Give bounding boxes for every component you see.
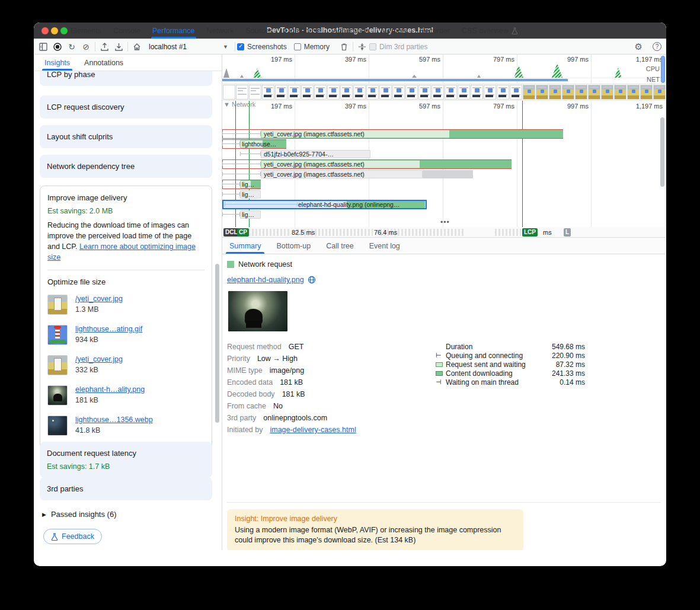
screenshot-thumbnail[interactable] xyxy=(614,85,627,100)
file-link[interactable]: lighthouse…1356.webp xyxy=(75,416,153,424)
screenshot-thumbnail[interactable] xyxy=(536,85,548,100)
timings-strip[interactable]: DCLCP82.5 ms76.4 msLCPmsL xyxy=(222,227,666,238)
summary-tab-call-tree[interactable]: Call tree xyxy=(326,238,354,254)
network-request-row[interactable]: yeti_cover.jpg (images.ctfassets.net) xyxy=(222,129,666,139)
insight-card-layout-shift-culprits[interactable]: Layout shift culprits xyxy=(40,125,212,148)
screenshot-thumbnail[interactable] xyxy=(549,85,561,100)
toggle-sidebar-icon[interactable] xyxy=(36,40,50,53)
summary-tab-event-log[interactable]: Event log xyxy=(369,238,400,254)
passed-insights-expander[interactable]: ▶ Passed insights (6) xyxy=(42,510,116,519)
garbage-collect-icon[interactable] xyxy=(337,40,351,53)
tab-css-overview[interactable]: CSS overview xyxy=(456,23,524,39)
screenshot-thumbnail[interactable] xyxy=(262,85,274,100)
network-request-row[interactable]: lighthouse… xyxy=(222,139,666,149)
track-scrollbar[interactable] xyxy=(660,117,664,187)
tab-application[interactable]: Application xyxy=(327,23,375,39)
memory-checkbox[interactable] xyxy=(294,43,301,50)
screenshot-thumbnail[interactable] xyxy=(431,85,444,100)
screenshot-filmstrip[interactable] xyxy=(222,84,666,101)
tab-performance[interactable]: Performance xyxy=(146,23,201,39)
screenshot-thumbnail[interactable] xyxy=(327,85,340,100)
screenshot-thumbnail[interactable] xyxy=(340,85,353,100)
throttling-icon[interactable] xyxy=(355,40,369,53)
network-track[interactable]: 197 ms397 ms597 ms797 ms997 ms1,197 ms ▼… xyxy=(222,101,666,227)
screenshot-thumbnail[interactable] xyxy=(314,85,327,100)
screenshots-label[interactable]: Screenshots xyxy=(247,43,287,51)
screenshot-thumbnail[interactable] xyxy=(497,85,509,100)
reveal-in-network-icon[interactable] xyxy=(308,276,316,284)
screenshot-thumbnail[interactable] xyxy=(288,85,301,100)
tab-memory[interactable]: Memory xyxy=(375,23,414,39)
record-and-reload-icon[interactable]: ↻ xyxy=(65,40,79,53)
screenshot-thumbnail[interactable] xyxy=(458,85,470,100)
insight-card-network-dependency-tree[interactable]: Network dependency tree xyxy=(40,155,212,178)
screenshot-thumbnail[interactable] xyxy=(366,85,379,100)
feedback-button[interactable]: Feedback xyxy=(43,529,102,544)
screenshot-thumbnail[interactable] xyxy=(640,85,653,100)
insight-card-improve-image-delivery[interactable]: Improve image delivery Est savings: 2.0 … xyxy=(40,186,212,453)
network-request-row[interactable]: elephant-hd-quality.png (onlinepng… xyxy=(222,200,666,209)
summary-tab-summary[interactable]: Summary xyxy=(229,238,261,254)
capture-settings-gear-icon[interactable]: ⚙ xyxy=(631,41,647,52)
screenshot-thumbnail[interactable] xyxy=(588,85,600,100)
screenshot-thumbnail[interactable] xyxy=(523,85,535,100)
insight-card-document-request-latency[interactable]: Document request latency Est savings: 1.… xyxy=(40,442,212,478)
screenshot-thumbnail[interactable] xyxy=(484,85,496,100)
screenshot-thumbnail[interactable] xyxy=(301,85,314,100)
sidebar-tab-annotations[interactable]: Annotations xyxy=(84,55,123,71)
screenshot-thumbnail[interactable] xyxy=(236,85,248,100)
timeline-overview[interactable]: 197 ms397 ms597 ms797 ms997 ms1,197 ms C… xyxy=(222,55,666,84)
file-link[interactable]: elephant-h…ality.png xyxy=(75,385,145,394)
tab-sources[interactable]: Sources xyxy=(239,23,279,39)
screenshot-thumbnail[interactable] xyxy=(249,85,261,100)
screenshot-thumbnail[interactable] xyxy=(627,85,640,100)
overview-right-drag-handle[interactable] xyxy=(661,56,665,83)
record-icon[interactable] xyxy=(50,40,65,53)
more-rows-indicator[interactable]: ••• xyxy=(440,218,450,226)
network-track-label[interactable]: ▼ Network xyxy=(223,101,255,108)
screenshot-thumbnail[interactable] xyxy=(392,85,405,100)
screenshot-thumbnail[interactable] xyxy=(379,85,392,100)
screenshot-thumbnail[interactable] xyxy=(601,85,613,100)
network-request-row[interactable]: lig… xyxy=(222,190,666,199)
tab-elements[interactable]: Elements xyxy=(65,23,107,39)
screenshot-thumbnail[interactable] xyxy=(418,85,431,100)
memory-label[interactable]: Memory xyxy=(304,43,330,51)
clear-icon[interactable]: ⊘ xyxy=(79,40,93,53)
initiator-link[interactable]: image-delivery-cases.html xyxy=(270,426,356,434)
insight-card-lcp-request-discovery[interactable]: LCP request discovery xyxy=(40,95,212,119)
history-dropdown[interactable]: localhost #1 ▼ xyxy=(144,43,233,51)
network-request-row[interactable]: yeti_cover.jpg (images.ctfassets.net) xyxy=(222,170,666,179)
screenshots-checkbox[interactable] xyxy=(237,43,244,50)
tab-recorder[interactable]: Recorder xyxy=(414,23,456,39)
request-url-link[interactable]: elephant-hd-quality.png xyxy=(227,276,304,284)
screenshot-thumbnail[interactable] xyxy=(510,85,522,100)
live-metrics-home-icon[interactable] xyxy=(130,40,144,53)
tab-network[interactable]: Network xyxy=(201,23,240,39)
load-profile-icon[interactable] xyxy=(97,40,111,53)
network-request-row[interactable]: d51jfzi-b0efc925-7704-… xyxy=(222,149,666,159)
file-link[interactable]: /yeti_cover.jpg xyxy=(75,295,123,303)
screenshot-thumbnail[interactable] xyxy=(562,85,574,100)
network-request-row[interactable]: lig… xyxy=(222,180,666,189)
save-profile-icon[interactable] xyxy=(111,40,126,53)
help-icon[interactable]: ? xyxy=(653,42,661,51)
summary-tab-bottom-up[interactable]: Bottom-up xyxy=(276,238,311,254)
screenshot-thumbnail[interactable] xyxy=(353,85,366,100)
screenshot-thumbnail[interactable] xyxy=(275,85,287,100)
insight-card-lcp-by-phase[interactable]: LCP by phase xyxy=(40,71,212,86)
tab-console[interactable]: Console xyxy=(107,23,146,39)
sidebar-tab-insights[interactable]: Insights xyxy=(44,55,70,71)
file-link[interactable]: lighthouse…ating.gif xyxy=(75,325,142,333)
screenshot-thumbnail[interactable] xyxy=(653,85,666,100)
network-request-row[interactable]: yeti_cover.jpg (images.ctfassets.net) xyxy=(222,159,666,169)
tab-lighthouse[interactable]: Lighthouse xyxy=(279,23,327,39)
screenshot-thumbnail[interactable] xyxy=(223,85,235,100)
screenshot-thumbnail[interactable] xyxy=(445,85,457,100)
screenshot-thumbnail[interactable] xyxy=(575,85,587,100)
sidebar-scrollbar[interactable] xyxy=(215,264,219,423)
screenshot-thumbnail[interactable] xyxy=(471,85,483,100)
file-link[interactable]: /yeti_cover.jpg xyxy=(75,355,123,363)
insight-card-3rd-parties[interactable]: 3rd parties xyxy=(40,477,212,500)
screenshot-thumbnail[interactable] xyxy=(405,85,418,100)
